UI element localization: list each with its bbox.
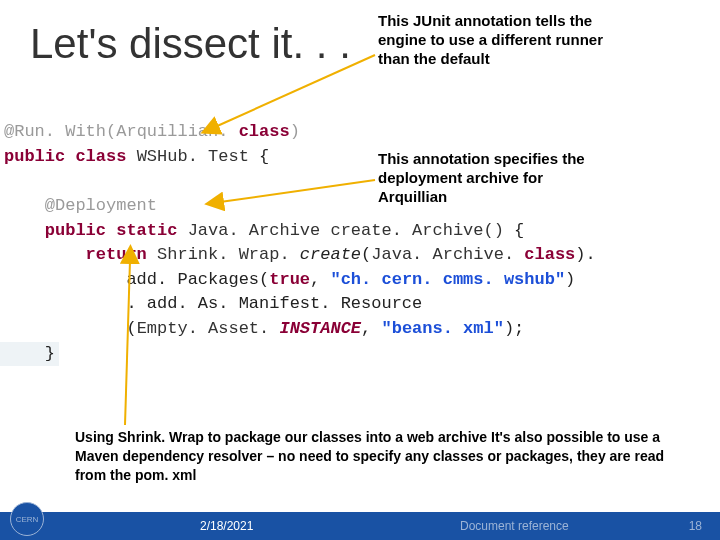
annotation-runwith: This JUnit annotation tells the engine t… xyxy=(378,12,608,68)
footer-page-number: 18 xyxy=(689,519,702,533)
code-annotation-runwith: @Run. With xyxy=(4,122,106,141)
footer-date: 2/18/2021 xyxy=(200,519,253,533)
code-annotation-deployment: @Deployment xyxy=(4,196,157,215)
cursor-line: } xyxy=(0,342,59,367)
footer-reference: Document reference xyxy=(460,519,569,533)
footer-bar: 2/18/2021 Document reference 18 xyxy=(0,512,720,540)
code-block: @Run. With(Arquillian. class) public cla… xyxy=(4,120,704,366)
annotation-shrinkwrap: Using Shrink. Wrap to package our classe… xyxy=(75,428,695,485)
cern-logo: CERN xyxy=(10,502,44,536)
slide-title: Let's dissect it. . . xyxy=(30,20,351,68)
